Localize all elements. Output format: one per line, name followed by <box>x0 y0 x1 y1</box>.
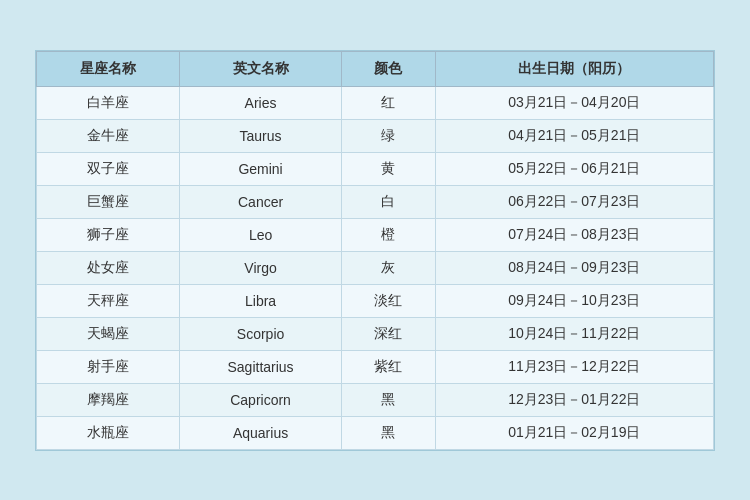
cell-english-9: Capricorn <box>180 383 341 416</box>
zodiac-table: 星座名称 英文名称 颜色 出生日期（阳历） 白羊座Aries红03月21日－04… <box>36 51 714 450</box>
table-row: 金牛座Taurus绿04月21日－05月21日 <box>37 119 714 152</box>
table-row: 摩羯座Capricorn黑12月23日－01月22日 <box>37 383 714 416</box>
table-row: 白羊座Aries红03月21日－04月20日 <box>37 86 714 119</box>
cell-english-0: Aries <box>180 86 341 119</box>
col-header-color: 颜色 <box>341 51 435 86</box>
cell-color-7: 深红 <box>341 317 435 350</box>
cell-color-4: 橙 <box>341 218 435 251</box>
cell-english-10: Aquarius <box>180 416 341 449</box>
cell-english-8: Sagittarius <box>180 350 341 383</box>
table-row: 双子座Gemini黄05月22日－06月21日 <box>37 152 714 185</box>
col-header-english: 英文名称 <box>180 51 341 86</box>
table-body: 白羊座Aries红03月21日－04月20日金牛座Taurus绿04月21日－0… <box>37 86 714 449</box>
cell-color-0: 红 <box>341 86 435 119</box>
cell-chinese-3: 巨蟹座 <box>37 185 180 218</box>
table-row: 水瓶座Aquarius黑01月21日－02月19日 <box>37 416 714 449</box>
cell-dates-8: 11月23日－12月22日 <box>435 350 713 383</box>
cell-english-3: Cancer <box>180 185 341 218</box>
cell-chinese-10: 水瓶座 <box>37 416 180 449</box>
col-header-chinese: 星座名称 <box>37 51 180 86</box>
cell-dates-6: 09月24日－10月23日 <box>435 284 713 317</box>
table-row: 天秤座Libra淡红09月24日－10月23日 <box>37 284 714 317</box>
cell-color-3: 白 <box>341 185 435 218</box>
cell-chinese-0: 白羊座 <box>37 86 180 119</box>
cell-chinese-4: 狮子座 <box>37 218 180 251</box>
cell-english-6: Libra <box>180 284 341 317</box>
col-header-dates: 出生日期（阳历） <box>435 51 713 86</box>
table-row: 狮子座Leo橙07月24日－08月23日 <box>37 218 714 251</box>
cell-dates-9: 12月23日－01月22日 <box>435 383 713 416</box>
cell-color-5: 灰 <box>341 251 435 284</box>
cell-dates-0: 03月21日－04月20日 <box>435 86 713 119</box>
cell-english-7: Scorpio <box>180 317 341 350</box>
cell-dates-2: 05月22日－06月21日 <box>435 152 713 185</box>
cell-color-1: 绿 <box>341 119 435 152</box>
cell-chinese-7: 天蝎座 <box>37 317 180 350</box>
cell-english-5: Virgo <box>180 251 341 284</box>
table-header-row: 星座名称 英文名称 颜色 出生日期（阳历） <box>37 51 714 86</box>
cell-english-1: Taurus <box>180 119 341 152</box>
cell-english-2: Gemini <box>180 152 341 185</box>
cell-chinese-6: 天秤座 <box>37 284 180 317</box>
cell-color-9: 黑 <box>341 383 435 416</box>
cell-color-10: 黑 <box>341 416 435 449</box>
table-row: 巨蟹座Cancer白06月22日－07月23日 <box>37 185 714 218</box>
cell-dates-7: 10月24日－11月22日 <box>435 317 713 350</box>
cell-chinese-5: 处女座 <box>37 251 180 284</box>
cell-color-8: 紫红 <box>341 350 435 383</box>
zodiac-table-container: 星座名称 英文名称 颜色 出生日期（阳历） 白羊座Aries红03月21日－04… <box>35 50 715 451</box>
cell-chinese-1: 金牛座 <box>37 119 180 152</box>
cell-chinese-2: 双子座 <box>37 152 180 185</box>
cell-dates-4: 07月24日－08月23日 <box>435 218 713 251</box>
cell-dates-5: 08月24日－09月23日 <box>435 251 713 284</box>
cell-chinese-8: 射手座 <box>37 350 180 383</box>
table-row: 处女座Virgo灰08月24日－09月23日 <box>37 251 714 284</box>
table-row: 射手座Sagittarius紫红11月23日－12月22日 <box>37 350 714 383</box>
table-row: 天蝎座Scorpio深红10月24日－11月22日 <box>37 317 714 350</box>
cell-chinese-9: 摩羯座 <box>37 383 180 416</box>
cell-color-6: 淡红 <box>341 284 435 317</box>
cell-dates-10: 01月21日－02月19日 <box>435 416 713 449</box>
cell-dates-1: 04月21日－05月21日 <box>435 119 713 152</box>
cell-english-4: Leo <box>180 218 341 251</box>
cell-color-2: 黄 <box>341 152 435 185</box>
cell-dates-3: 06月22日－07月23日 <box>435 185 713 218</box>
